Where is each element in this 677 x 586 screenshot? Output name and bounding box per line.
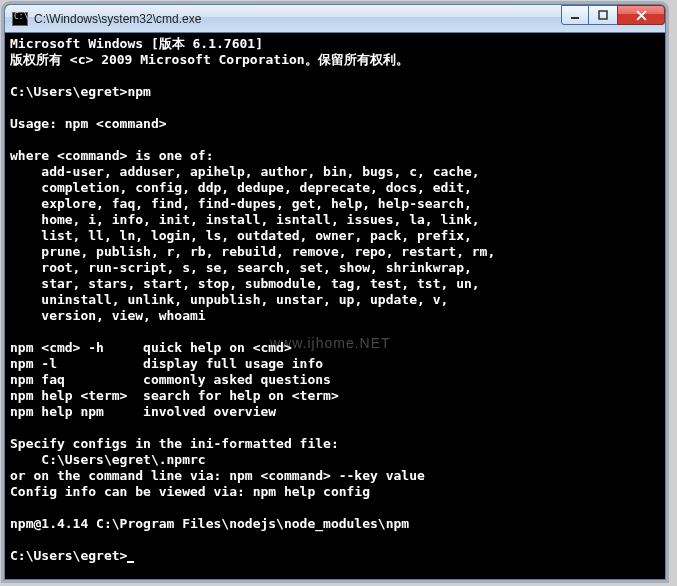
- config-line: or on the command line via: npm <command…: [10, 468, 425, 483]
- titlebar[interactable]: C:\ C:\Windows\system32\cmd.exe: [5, 5, 665, 33]
- commands-list: add-user, adduser, apihelp, author, bin,…: [10, 164, 495, 323]
- help-line: npm help npm involved overview: [10, 404, 276, 419]
- header-line: Microsoft Windows [版本 6.1.7601]: [10, 36, 263, 51]
- config-line: Specify configs in the ini-formatted fil…: [10, 436, 339, 451]
- cmd-icon: C:\: [12, 12, 28, 26]
- help-line: npm help <term> search for help on <term…: [10, 388, 339, 403]
- prompt-line: C:\Users\egret>: [10, 548, 127, 563]
- maximize-button[interactable]: [588, 5, 618, 25]
- svg-rect-0: [571, 17, 579, 19]
- version-line: npm@1.4.14 C:\Program Files\nodejs\node_…: [10, 516, 409, 531]
- usage-line: Usage: npm <command>: [10, 116, 167, 131]
- where-header: where <command> is one of:: [10, 148, 214, 163]
- window-controls: [562, 5, 665, 25]
- svg-rect-1: [599, 11, 607, 19]
- help-line: npm faq commonly asked questions: [10, 372, 331, 387]
- config-line: Config info can be viewed via: npm help …: [10, 484, 370, 499]
- help-line: npm -l display full usage info: [10, 356, 323, 371]
- window-title: C:\Windows\system32\cmd.exe: [34, 12, 201, 26]
- minimize-button[interactable]: [561, 5, 589, 25]
- close-button[interactable]: [617, 5, 665, 25]
- prompt-line: C:\Users\egret>npm: [10, 84, 151, 99]
- terminal-output[interactable]: Microsoft Windows [版本 6.1.7601] 版权所有 <c>…: [5, 33, 665, 579]
- copyright-line: 版权所有 <c> 2009 Microsoft Corporation。保留所有…: [10, 52, 409, 67]
- help-line: npm <cmd> -h quick help on <cmd>: [10, 340, 292, 355]
- cursor: [127, 561, 134, 563]
- config-path: C:\Users\egret\.npmrc: [10, 452, 206, 467]
- cmd-window: C:\ C:\Windows\system32\cmd.exe Microsof…: [4, 4, 666, 580]
